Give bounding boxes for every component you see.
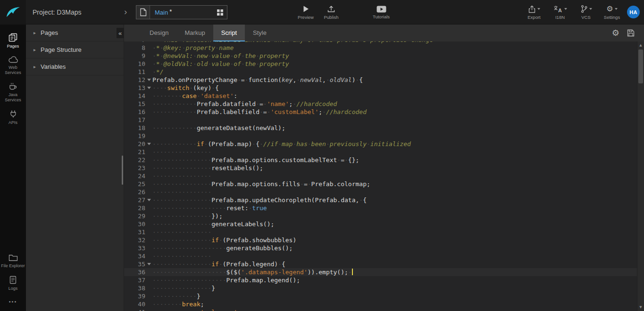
line-number[interactable]: 38: [124, 284, 145, 292]
code-line[interactable]: 11·*/: [124, 68, 644, 76]
fold-arrow-icon[interactable]: [145, 76, 152, 84]
line-number[interactable]: 12: [124, 76, 145, 84]
code-line[interactable]: 33····················generateBubbles();: [124, 244, 644, 252]
line-number[interactable]: 20: [124, 140, 145, 148]
code-line[interactable]: 31················: [124, 228, 644, 236]
code-line[interactable]: 41········case·'colormap':: [124, 308, 644, 311]
line-number[interactable]: 36: [124, 268, 145, 276]
line-number[interactable]: 14: [124, 92, 145, 100]
line-number[interactable]: 30: [124, 220, 145, 228]
line-number[interactable]: 41: [124, 308, 145, 311]
tab-design[interactable]: Design: [142, 25, 176, 41]
line-number[interactable]: 31: [124, 228, 145, 236]
export-button[interactable]: Export: [525, 5, 544, 20]
rail-item-web-services[interactable]: Web Services: [0, 53, 27, 79]
line-number[interactable]: 29: [124, 212, 145, 220]
fold-arrow-icon[interactable]: [145, 140, 152, 148]
line-number[interactable]: 26: [124, 188, 145, 196]
line-number[interactable]: 18: [124, 124, 145, 132]
line-number[interactable]: 15: [124, 100, 145, 108]
user-avatar[interactable]: HA: [627, 6, 640, 18]
line-number[interactable]: 37: [124, 276, 145, 284]
line-number[interactable]: 8: [124, 44, 145, 52]
page-switcher-grid-icon[interactable]: [217, 9, 223, 16]
tab-style[interactable]: Style: [245, 25, 275, 41]
collapse-panel-button[interactable]: «: [117, 28, 124, 38]
tab-markup[interactable]: Markup: [176, 25, 213, 41]
line-number[interactable]: 40: [124, 300, 145, 308]
i18n-button[interactable]: AI18N: [551, 5, 569, 20]
fold-arrow-icon[interactable]: [145, 260, 152, 268]
panel-scrollbar[interactable]: [122, 156, 123, 185]
code-line[interactable]: 22················Prefab.map.options.cus…: [124, 156, 644, 164]
tab-script[interactable]: Script: [213, 25, 245, 41]
code-line[interactable]: 40········break;: [124, 300, 644, 308]
code-line[interactable]: 18············generateDataset(newVal);: [124, 124, 644, 132]
code-line[interactable]: 36····················$($('.datamaps-leg…: [124, 268, 644, 276]
line-number[interactable]: 10: [124, 60, 145, 68]
scrollbar-thumb[interactable]: [638, 49, 643, 83]
code-line[interactable]: 37····················Prefab.map.legend(…: [124, 276, 644, 284]
fold-arrow-icon[interactable]: [145, 196, 152, 204]
line-number[interactable]: 19: [124, 132, 145, 140]
rail-item-logs[interactable]: Logs: [0, 272, 27, 295]
code-line[interactable]: 19: [124, 132, 644, 140]
line-number[interactable]: 17: [124, 116, 145, 124]
code-line[interactable]: 12Prefab.onPropertyChange·=·function(key…: [124, 76, 644, 84]
code-line[interactable]: 32················if·(Prefab.showbubbles…: [124, 236, 644, 244]
code-line[interactable]: 30················generateLabels();: [124, 220, 644, 228]
code-line[interactable]: 39············}: [124, 292, 644, 300]
code-line[interactable]: 28····················reset:·true: [124, 204, 644, 212]
line-number[interactable]: 9: [124, 52, 145, 60]
panel-row-pages[interactable]: ▸Pages«: [26, 25, 124, 41]
line-number[interactable]: 28: [124, 204, 145, 212]
code-line[interactable]: 10·*·@oldVal:·old·value·of·the·property: [124, 60, 644, 68]
code-editor[interactable]: 7·*·This·function·will·be·invoked·when·a…: [124, 41, 644, 311]
line-number[interactable]: 11: [124, 68, 145, 76]
rail-item-apis[interactable]: APIs: [0, 106, 27, 129]
code-line[interactable]: 34················: [124, 252, 644, 260]
code-line[interactable]: 26················: [124, 188, 644, 196]
code-line[interactable]: 8·*·@key:·property·name: [124, 44, 644, 52]
code-line[interactable]: 27················Prefab.map.updateChoro…: [124, 196, 644, 204]
tutorials-button[interactable]: Tutorials: [373, 0, 390, 25]
line-number[interactable]: 35: [124, 260, 145, 268]
editor-scrollbar[interactable]: ▲ ▼: [637, 41, 644, 311]
code-line[interactable]: 15············Prefab.datafield·=·'name';…: [124, 100, 644, 108]
fold-arrow-icon[interactable]: [145, 84, 152, 92]
line-number[interactable]: 25: [124, 180, 145, 188]
scroll-up-arrow-icon[interactable]: ▲: [637, 42, 644, 49]
wavemaker-logo[interactable]: [0, 0, 26, 25]
code-line[interactable]: 23················resetLabels();: [124, 164, 644, 172]
line-number[interactable]: 27: [124, 196, 145, 204]
code-line[interactable]: 35················if·(Prefab.legend)·{: [124, 260, 644, 268]
code-line[interactable]: 16············Prefab.labelfield·=·'custo…: [124, 108, 644, 116]
line-number[interactable]: 24: [124, 172, 145, 180]
scroll-down-arrow-icon[interactable]: ▼: [637, 304, 644, 311]
line-number[interactable]: 16: [124, 108, 145, 116]
rail-item-java-services[interactable]: Java Services: [0, 79, 27, 106]
code-line[interactable]: 14········case·'dataset':: [124, 92, 644, 100]
code-line[interactable]: 24················: [124, 172, 644, 180]
code-line[interactable]: 17: [124, 116, 644, 124]
vcs-button[interactable]: VCS: [577, 5, 595, 20]
code-line[interactable]: 38················}: [124, 284, 644, 292]
settings-button[interactable]: ⚙Settings: [602, 5, 621, 20]
code-line[interactable]: 9·*·@newVal:·new·value·of·the·property: [124, 52, 644, 60]
line-number[interactable]: 32: [124, 236, 145, 244]
line-number[interactable]: 22: [124, 156, 145, 164]
code-line[interactable]: 25················Prefab.map.options.fil…: [124, 180, 644, 188]
rail-item-file-explorer[interactable]: File Explorer: [0, 251, 27, 272]
line-number[interactable]: 33: [124, 244, 145, 252]
code-line[interactable]: 13····switch·(key)·{: [124, 84, 644, 92]
line-number[interactable]: 23: [124, 164, 145, 172]
active-page-button[interactable]: Main *: [136, 5, 227, 19]
code-line[interactable]: 29················});: [124, 212, 644, 220]
panel-row-page-structure[interactable]: ▸Page Structure: [26, 41, 124, 58]
preview-button[interactable]: Preview: [296, 5, 315, 20]
save-icon[interactable]: [627, 29, 635, 37]
publish-button[interactable]: Publish: [322, 5, 341, 20]
line-number[interactable]: 13: [124, 84, 145, 92]
code-line[interactable]: 21················: [124, 148, 644, 156]
rail-item-pages[interactable]: Pages: [0, 30, 27, 53]
